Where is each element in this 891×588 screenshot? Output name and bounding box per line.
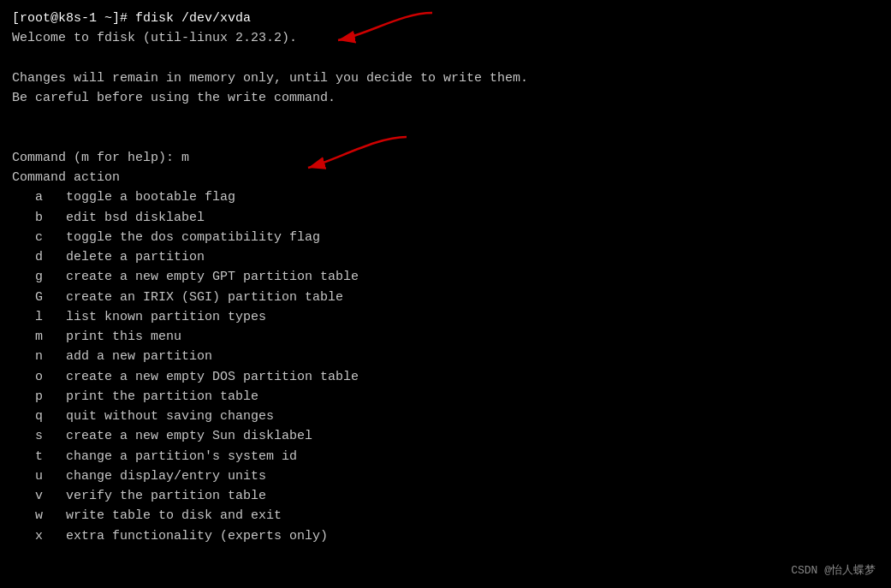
menu-list: a toggle a bootable flag b edit bsd disk… <box>12 187 879 546</box>
menu-item: m print this menu <box>12 327 879 347</box>
menu-item: c toggle the dos compatibility flag <box>12 228 879 247</box>
menu-item: q quit without saving changes <box>12 407 879 426</box>
blank-line-3 <box>12 128 879 148</box>
menu-item: a toggle a bootable flag <box>12 187 879 207</box>
menu-item: l list known partition types <box>12 307 879 327</box>
menu-item: n add a new partition <box>12 347 879 366</box>
changes-line-2: Be careful before using the write comman… <box>12 88 879 108</box>
menu-item: d delete a partition <box>12 247 879 267</box>
menu-item: t change a partition's system id <box>12 447 879 466</box>
blank-line-2 <box>12 108 879 128</box>
menu-item: u change display/entry units <box>12 466 879 486</box>
menu-item: w write table to disk and exit <box>12 506 879 526</box>
menu-item: G create an IRIX (SGI) partition table <box>12 288 879 307</box>
command-action-line: Command action <box>12 168 879 187</box>
watermark: CSDN @怡人蝶梦 <box>791 562 876 578</box>
menu-item: g create a new empty GPT partition table <box>12 267 879 287</box>
menu-item: x extra functionality (experts only) <box>12 526 879 546</box>
terminal-window: [root@k8s-1 ~]# fdisk /dev/xvda Welcome … <box>0 0 891 588</box>
menu-item: v verify the partition table <box>12 486 879 506</box>
welcome-line: Welcome to fdisk (util-linux 2.23.2). <box>12 28 879 48</box>
menu-item: b edit bsd disklabel <box>12 208 879 228</box>
menu-item: s create a new empty Sun disklabel <box>12 426 879 446</box>
menu-item: p print the partition table <box>12 387 879 407</box>
changes-line-1: Changes will remain in memory only, unti… <box>12 68 879 88</box>
command-prompt-line: Command (m for help): m <box>12 148 879 168</box>
menu-item: o create a new empty DOS partition table <box>12 367 879 387</box>
prompt-line: [root@k8s-1 ~]# fdisk /dev/xvda <box>12 9 879 28</box>
blank-line-1 <box>12 49 879 68</box>
